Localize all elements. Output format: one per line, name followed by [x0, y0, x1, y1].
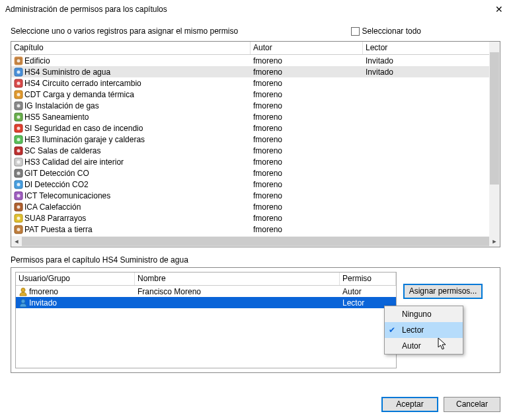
- svg-point-19: [17, 160, 20, 163]
- svg-point-15: [17, 138, 20, 141]
- perm-value: Autor: [340, 287, 396, 296]
- permission-context-menu[interactable]: Ninguno✔LectorAutor: [384, 306, 463, 355]
- context-menu-label: Lector: [402, 325, 424, 335]
- chapter-author: fmoreno: [251, 56, 363, 65]
- chapter-label: HS4 Suministro de agua: [24, 67, 110, 77]
- col-reader[interactable]: Lector: [363, 42, 500, 54]
- accept-button[interactable]: Aceptar: [381, 397, 438, 412]
- scrollbar-horizontal[interactable]: ◄ ►: [11, 236, 500, 247]
- lightning-icon: [14, 214, 23, 223]
- chapter-row[interactable]: ICT Telecomunicacionesfmoreno: [11, 190, 500, 201]
- col-perm[interactable]: Permiso: [340, 273, 396, 285]
- thermo-icon: [14, 90, 23, 99]
- chapter-row[interactable]: DI Detección CO2fmoreno: [11, 179, 500, 190]
- bulb-icon: [14, 135, 23, 144]
- context-menu-item[interactable]: Autor: [385, 338, 463, 354]
- chapter-row[interactable]: GIT Detección COfmoreno: [11, 167, 500, 179]
- heat-icon: [14, 202, 23, 212]
- drain-icon: [14, 112, 23, 122]
- col-user-group[interactable]: Usuario/Grupo: [16, 273, 135, 285]
- perm-user-group: fmoreno: [29, 287, 58, 296]
- svg-point-3: [17, 70, 20, 73]
- permissions-body: fmorenoFrancisco MorenoAutorInvitadoLect…: [16, 286, 396, 308]
- loop-icon: [14, 79, 23, 88]
- chapters-header: Capítulo Autor Lector: [11, 42, 500, 55]
- chapter-label: ICA Calefacción: [24, 202, 81, 212]
- building-icon: [14, 56, 23, 65]
- instruction-row: Seleccione uno o varios registros para a…: [0, 19, 511, 41]
- col-name[interactable]: Nombre: [135, 273, 340, 285]
- chapter-row[interactable]: HE3 Iluminación garaje y calderasfmoreno: [11, 134, 500, 145]
- chapter-label: GIT Detección CO: [24, 169, 89, 178]
- svg-point-27: [17, 205, 20, 208]
- telecom-icon: [14, 191, 23, 200]
- chapter-label: CDT Carga y demanda térmica: [24, 90, 134, 99]
- chapter-author: fmoreno: [251, 202, 363, 212]
- ground-icon: [14, 225, 23, 234]
- window-title: Administración de permisos para los capí…: [5, 5, 492, 14]
- context-menu-item[interactable]: Ninguno: [385, 306, 463, 322]
- chapter-label: Edificio: [24, 56, 50, 65]
- chapter-row[interactable]: EdificiofmorenoInvitado: [11, 55, 500, 66]
- chapter-author: fmoreno: [251, 146, 363, 155]
- permissions-table: Usuario/Grupo Nombre Permiso fmorenoFran…: [15, 272, 397, 368]
- chapter-author: fmoreno: [251, 90, 363, 99]
- col-author[interactable]: Autor: [251, 42, 363, 54]
- col-chapter[interactable]: Capítulo: [11, 42, 251, 54]
- boiler-icon: [14, 146, 23, 155]
- svg-point-11: [17, 115, 20, 118]
- chapter-author: fmoreno: [251, 67, 363, 77]
- chapter-row[interactable]: SC Salas de calderasfmoreno: [11, 145, 500, 156]
- chapter-label: DI Detección CO2: [24, 180, 89, 189]
- chapter-author: fmoreno: [251, 157, 363, 167]
- chapter-row[interactable]: SUA8 Pararrayosfmoreno: [11, 212, 500, 224]
- perm-user-group: Invitado: [29, 298, 57, 308]
- chapter-label: IG Instalación de gas: [24, 101, 99, 110]
- chapter-row[interactable]: CDT Carga y demanda térmicafmoreno: [11, 89, 500, 100]
- context-menu-item[interactable]: ✔Lector: [385, 322, 463, 338]
- svg-point-17: [17, 149, 20, 152]
- svg-point-31: [17, 228, 20, 231]
- chapter-label: SI Seguridad en caso de incendio: [24, 124, 143, 133]
- chapter-row[interactable]: PAT Puesta a tierrafmoreno: [11, 224, 500, 235]
- co2-icon: [14, 180, 23, 189]
- permission-row[interactable]: InvitadoLector: [16, 297, 396, 308]
- gas-icon: [14, 101, 23, 110]
- chapter-author: fmoreno: [251, 79, 363, 88]
- select-all-label: Seleccionar todo: [362, 26, 421, 36]
- fire-icon: [14, 124, 23, 133]
- cancel-button[interactable]: Cancelar: [444, 397, 500, 412]
- svg-point-13: [17, 126, 20, 130]
- chapter-row[interactable]: HS4 Circuito cerrado intercambiofmoreno: [11, 77, 500, 89]
- chapter-row[interactable]: HS5 Saneamientofmoreno: [11, 111, 500, 122]
- svg-point-9: [17, 104, 20, 107]
- permission-row[interactable]: fmorenoFrancisco MorenoAutor: [16, 286, 396, 297]
- context-menu-label: Autor: [402, 341, 421, 351]
- chapters-panel: Capítulo Autor Lector EdificiofmorenoInv…: [11, 41, 500, 247]
- user-icon: [19, 287, 28, 296]
- svg-point-23: [17, 183, 20, 186]
- guest-icon: [19, 298, 28, 308]
- checkbox-icon: [351, 27, 360, 36]
- chapter-author: fmoreno: [251, 180, 363, 189]
- chapter-row[interactable]: SI Seguridad en caso de incendiofmoreno: [11, 122, 500, 134]
- svg-point-29: [17, 216, 20, 220]
- scroll-left-icon[interactable]: ◄: [11, 236, 22, 247]
- chapter-label: HS5 Saneamiento: [24, 112, 89, 122]
- chapter-author: fmoreno: [251, 225, 363, 234]
- chapter-row[interactable]: IG Instalación de gasfmoreno: [11, 100, 500, 111]
- chapter-label: HS4 Circuito cerrado intercambio: [24, 79, 141, 88]
- svg-point-1: [17, 59, 20, 62]
- chapter-row[interactable]: HS4 Suministro de aguafmorenoInvitado: [11, 66, 500, 77]
- assign-permissions-button[interactable]: Asignar permisos...: [403, 284, 483, 299]
- select-all-checkbox[interactable]: Seleccionar todo: [351, 26, 421, 36]
- svg-point-33: [21, 299, 25, 303]
- close-icon[interactable]: ✕: [492, 4, 506, 15]
- scroll-right-icon[interactable]: ►: [489, 236, 500, 247]
- svg-point-5: [17, 81, 20, 85]
- chapter-row[interactable]: HS3 Calidad del aire interiorfmoreno: [11, 156, 500, 167]
- chapter-row[interactable]: ICA Calefacciónfmoreno: [11, 201, 500, 212]
- chapter-label: SUA8 Pararrayos: [24, 214, 86, 223]
- dialog-buttons: Aceptar Cancelar: [381, 397, 500, 412]
- scrollbar-vertical[interactable]: [489, 42, 500, 236]
